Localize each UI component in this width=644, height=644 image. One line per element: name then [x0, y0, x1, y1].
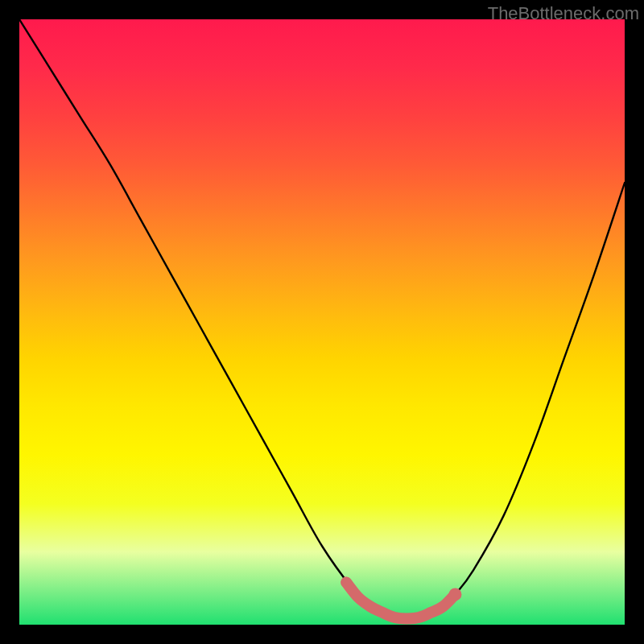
optimal-zone-end-dot [448, 588, 461, 601]
bottleneck-curve [19, 19, 625, 619]
curve-layer [19, 19, 625, 625]
chart-frame: TheBottleneck.com [0, 0, 644, 644]
optimal-zone-highlight [346, 582, 455, 618]
attribution-label: TheBottleneck.com [488, 3, 639, 24]
